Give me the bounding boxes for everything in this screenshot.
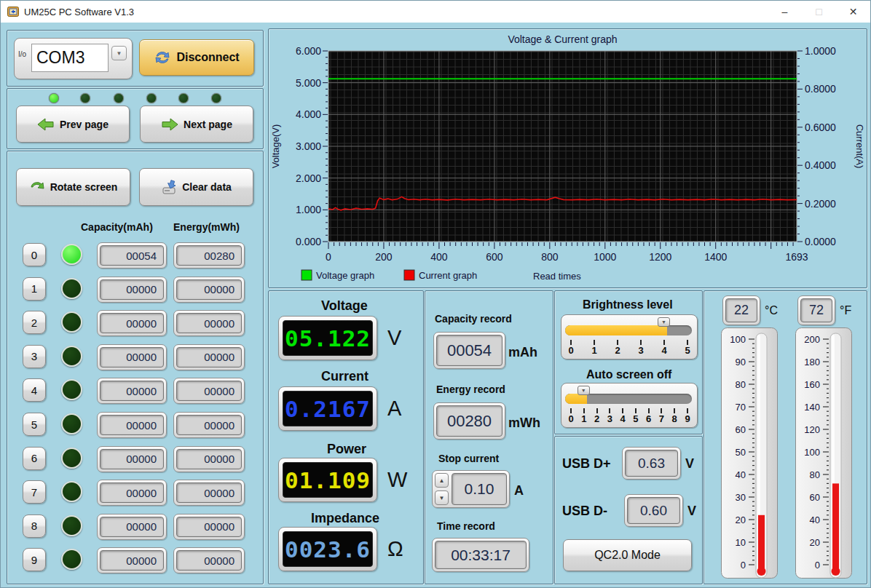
combo-dropdown-button[interactable]: ▼ [111, 46, 127, 60]
memory-slot-button[interactable]: 9 [23, 548, 46, 571]
energy-record-unit: mWh [508, 416, 540, 431]
stop-current-down-button[interactable]: ▼ [435, 490, 449, 505]
auto-screen-off-label: Auto screen off [586, 368, 671, 381]
capacity-column-header: Capacity(mAh) [81, 221, 153, 233]
stop-current-up-button[interactable]: ▲ [435, 473, 449, 488]
usb-dminus-value: 0.60 [627, 497, 680, 524]
prev-page-button[interactable]: Prev page [16, 106, 130, 143]
connection-group: I/o COM3 ▼ Disconnect [7, 30, 264, 87]
energy-value: 00000 [176, 415, 242, 435]
slider-tick-label: 6 [646, 413, 651, 424]
clear-data-button[interactable]: Clear data [139, 168, 253, 206]
fahrenheit-field: 72 [797, 295, 835, 325]
memory-slot-button[interactable]: 3 [23, 345, 46, 368]
usb-dminus-unit: V [687, 504, 696, 519]
usb-dplus-field: 0.63 [622, 447, 681, 480]
svg-text:0: 0 [815, 560, 820, 571]
auto-screen-off-slider[interactable]: 0123456789▼ [561, 383, 698, 428]
svg-text:10: 10 [736, 537, 746, 548]
time-record-label: Time record [437, 520, 495, 532]
brightness-slider[interactable]: 012345▼ [561, 314, 698, 359]
svg-text:120: 120 [804, 424, 820, 435]
stop-current-value[interactable]: 0.10 [452, 473, 507, 505]
memory-slot-button[interactable]: 5 [23, 413, 46, 436]
maximize-button[interactable]: □ [802, 1, 836, 23]
memory-slot-button[interactable]: 1 [23, 277, 46, 301]
memory-row: 50000000000 [7, 412, 263, 438]
window-title: UM25C PC Software V1.3 [24, 7, 134, 17]
meters-group: Voltage 05.122 V Current 0.2167 A Power … [268, 290, 424, 584]
slider-tick [635, 408, 636, 413]
celsius-thermometer: 0102030405060708090100 [721, 327, 778, 579]
svg-text:50: 50 [736, 447, 746, 458]
minimize-button[interactable]: – [768, 1, 802, 23]
svg-text:1400: 1400 [704, 251, 727, 263]
memory-slot-button[interactable]: 8 [23, 514, 46, 538]
close-button[interactable]: ✕ [836, 1, 870, 23]
memory-row: 20000000000 [7, 310, 263, 336]
svg-text:1.0000: 1.0000 [805, 45, 836, 57]
prev-page-label: Prev page [60, 119, 109, 130]
voltage-display: 05.122 [283, 320, 373, 356]
energy-record-value: 00280 [436, 405, 502, 437]
rotate-screen-label: Rotate screen [50, 181, 118, 193]
slider-thumb[interactable]: ▼ [578, 386, 590, 395]
memory-slot-led [61, 346, 82, 367]
energy-value: 00000 [176, 381, 242, 401]
slider-track [565, 325, 692, 335]
qc-mode-button[interactable]: QC2.0 Mode [563, 539, 692, 571]
slider-tick-label: 4 [661, 345, 666, 356]
window-controls: – □ ✕ [768, 1, 870, 23]
memory-slot-button[interactable]: 2 [23, 311, 46, 334]
device-settings-group: Brightness level 012345▼ Auto screen off… [554, 290, 703, 434]
memory-slot-button[interactable]: 0 [23, 243, 46, 266]
svg-text:20: 20 [810, 537, 820, 548]
next-page-button[interactable]: Next page [140, 106, 253, 143]
svg-text:100: 100 [730, 334, 746, 345]
energy-field: 00000 [173, 378, 245, 404]
capacity-field: 00000 [97, 480, 167, 506]
svg-text:400: 400 [430, 251, 448, 263]
capacity-field: 00000 [97, 514, 167, 540]
slider-tick-label: 5 [633, 413, 638, 424]
svg-text:800: 800 [541, 251, 559, 263]
capacity-field: 00000 [97, 446, 167, 472]
graph-group: Voltage & Current graph6.0005.0004.0003.… [268, 28, 867, 288]
memory-slot-led [61, 311, 82, 333]
svg-text:80: 80 [736, 379, 746, 390]
usb-group: USB D+ 0.63 V USB D- 0.60 V QC2.0 Mode [554, 436, 703, 584]
svg-text:70: 70 [736, 402, 746, 413]
memory-group: Rotate screen Clear data Capacity(mAh) E… [7, 151, 264, 584]
clear-data-label: Clear data [182, 181, 232, 193]
right-arrow-icon [161, 117, 178, 132]
rotate-screen-button[interactable]: Rotate screen [16, 168, 130, 206]
energy-field: 00000 [173, 344, 245, 370]
memory-slot-button[interactable]: 4 [23, 378, 46, 402]
memory-slot-button[interactable]: 7 [23, 480, 46, 504]
slider-tick-label: 9 [685, 413, 690, 424]
capacity-value: 00000 [100, 482, 164, 503]
energy-field: 00000 [173, 514, 245, 540]
slider-tick [687, 340, 688, 345]
fahrenheit-thermometer: 020406080100120140160180200 [795, 327, 852, 579]
disconnect-button[interactable]: Disconnect [139, 39, 254, 76]
capacity-record-field: 00054 [433, 332, 505, 369]
impedance-unit: Ω [387, 537, 403, 561]
com-port-select[interactable]: I/o COM3 ▼ [14, 38, 133, 79]
capacity-value: 00054 [100, 245, 164, 266]
page-led-0 [49, 93, 59, 103]
slider-thumb[interactable]: ▼ [658, 317, 670, 327]
svg-text:600: 600 [486, 251, 503, 263]
slider-tick [640, 340, 642, 345]
slider-tick-label: 3 [638, 345, 643, 356]
power-unit: W [387, 468, 407, 492]
memory-slot-led [61, 244, 82, 265]
celsius-field: 22 [722, 295, 760, 325]
slider-tick [687, 408, 688, 413]
memory-slot-button[interactable]: 6 [23, 447, 46, 470]
voltage-label: Voltage [321, 298, 368, 314]
svg-text:0.4000: 0.4000 [805, 159, 836, 171]
capacity-field: 00000 [97, 277, 167, 303]
svg-text:160: 160 [804, 379, 820, 390]
temperature-group: 22 °C 72 °F 0102030405060708090100 02040… [704, 290, 867, 584]
